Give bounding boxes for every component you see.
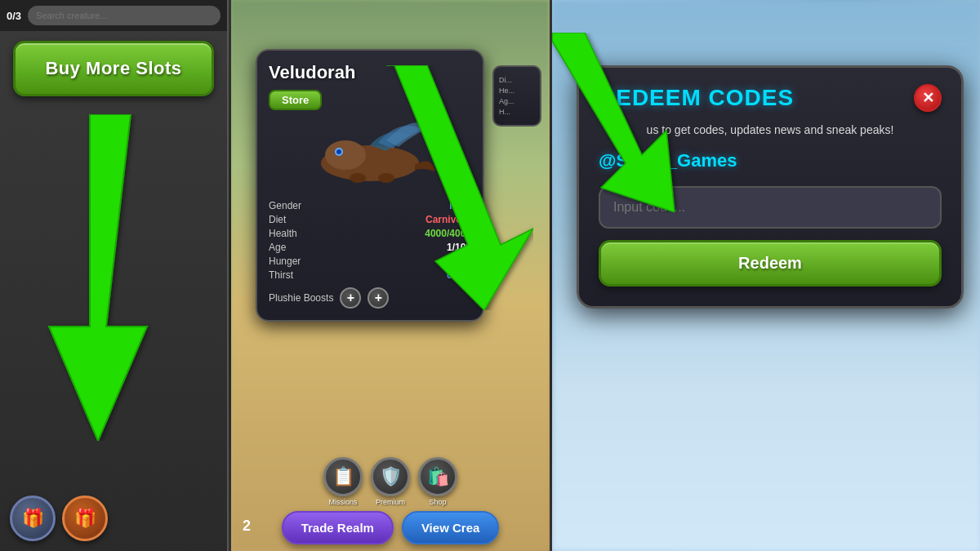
daily-reward-button[interactable]: 🎁 xyxy=(10,495,56,541)
gift-button[interactable]: 🎁 xyxy=(62,495,108,541)
premium-nav-btn[interactable]: 🛡️ Premium xyxy=(371,457,410,506)
side-stat-2: He... xyxy=(499,87,535,95)
stat-row-health: Health 4000/4000 xyxy=(269,228,471,239)
stat-row-hunger: Hunger 60/60 xyxy=(269,256,471,267)
left-panel: 0/3 Buy More Slots 🎁 🎁 xyxy=(0,0,229,551)
side-stat-3: Ag... xyxy=(499,97,535,105)
top-bar: 0/3 xyxy=(0,0,227,31)
dialog-desc-text: us to get codes, updates news and sneak … xyxy=(647,123,894,136)
missions-label: Missions xyxy=(328,498,357,506)
social-handle[interactable]: @Sonar_Games xyxy=(599,150,942,171)
shop-label: Shop xyxy=(429,498,446,506)
stat-row-diet: Diet Carnivore xyxy=(269,214,471,225)
stat-label-gender: Gender xyxy=(269,200,301,211)
code-input[interactable] xyxy=(599,186,942,229)
stat-value-health: 4000/4000 xyxy=(425,228,471,239)
svg-marker-0 xyxy=(49,114,147,441)
stat-value-diet: Carnivore xyxy=(425,214,471,225)
creature-image-area xyxy=(269,118,471,192)
trade-realm-button[interactable]: Trade Realm xyxy=(282,511,394,544)
stat-value-gender: Male xyxy=(449,200,471,211)
redeem-button[interactable]: Redeem xyxy=(599,240,942,287)
search-input[interactable] xyxy=(28,6,220,25)
plushie-boosts-row: Plushie Boosts + + xyxy=(269,287,471,309)
redeem-title: REDEEM CODES xyxy=(599,85,794,111)
stat-label-diet: Diet xyxy=(269,214,286,225)
premium-icon: 🛡️ xyxy=(371,457,410,496)
side-stat-4: H... xyxy=(499,108,535,116)
plushie-add-btn-1[interactable]: + xyxy=(340,287,361,309)
redeem-dialog: REDEEM CODES ✕ us to get codes, updates … xyxy=(577,65,964,309)
down-arrow-icon xyxy=(24,114,172,441)
nav-buttons-row: Trade Realm View Crea xyxy=(282,511,500,544)
side-stats-panel: Di... He... Ag... H... xyxy=(492,65,541,127)
right-panel: REDEEM CODES ✕ us to get codes, updates … xyxy=(552,0,980,551)
side-stat-1: Di... xyxy=(499,76,535,84)
stat-value-hunger: 60/60 xyxy=(447,256,471,267)
dialog-description: us to get codes, updates news and sneak … xyxy=(599,122,942,139)
nav-icons-row: 📋 Missions 🛡️ Premium 🛍️ Shop xyxy=(323,457,457,506)
stat-value-age: 1/100 xyxy=(447,242,471,253)
stat-row-thirst: Thirst 60/60 xyxy=(269,269,471,281)
bottom-icons: 🎁 🎁 xyxy=(10,495,108,541)
creature-image xyxy=(305,122,435,188)
plushie-add-btn-2[interactable]: + xyxy=(368,287,389,309)
dialog-header: REDEEM CODES ✕ xyxy=(599,84,942,112)
missions-nav-btn[interactable]: 📋 Missions xyxy=(323,457,363,506)
store-button[interactable]: Store xyxy=(269,90,322,110)
stat-row-age: Age 1/100 xyxy=(269,242,471,253)
stat-label-thirst: Thirst xyxy=(269,269,293,281)
premium-label: Premium xyxy=(376,498,405,506)
middle-panel: Veludorah Store xyxy=(231,0,550,551)
arrow-container xyxy=(24,114,172,441)
plushie-label: Plushie Boosts xyxy=(269,292,333,304)
stat-label-hunger: Hunger xyxy=(269,256,301,267)
missions-icon: 📋 xyxy=(323,457,363,496)
bottom-nav: 📋 Missions 🛡️ Premium 🛍️ Shop Trade Real… xyxy=(231,469,550,551)
shop-nav-btn[interactable]: 🛍️ Shop xyxy=(418,457,457,506)
svg-point-2 xyxy=(325,140,366,170)
creature-card: Veludorah Store xyxy=(256,49,484,322)
stat-label-age: Age xyxy=(269,242,286,253)
creature-name: Veludorah xyxy=(269,62,471,83)
shop-icon: 🛍️ xyxy=(418,457,457,496)
slot-count: 0/3 xyxy=(7,10,21,22)
stat-value-thirst: 60/60 xyxy=(447,269,471,281)
buy-more-slots-button[interactable]: Buy More Slots xyxy=(13,41,214,96)
stat-list: Gender Male Diet Carnivore Health 4000/4… xyxy=(269,200,471,281)
view-crea-button[interactable]: View Crea xyxy=(402,511,499,544)
stat-label-health: Health xyxy=(269,228,297,239)
close-dialog-button[interactable]: ✕ xyxy=(914,84,942,112)
stat-row-gender: Gender Male xyxy=(269,200,471,211)
svg-point-6 xyxy=(378,173,394,183)
svg-point-5 xyxy=(350,173,366,183)
svg-point-4 xyxy=(336,149,341,154)
